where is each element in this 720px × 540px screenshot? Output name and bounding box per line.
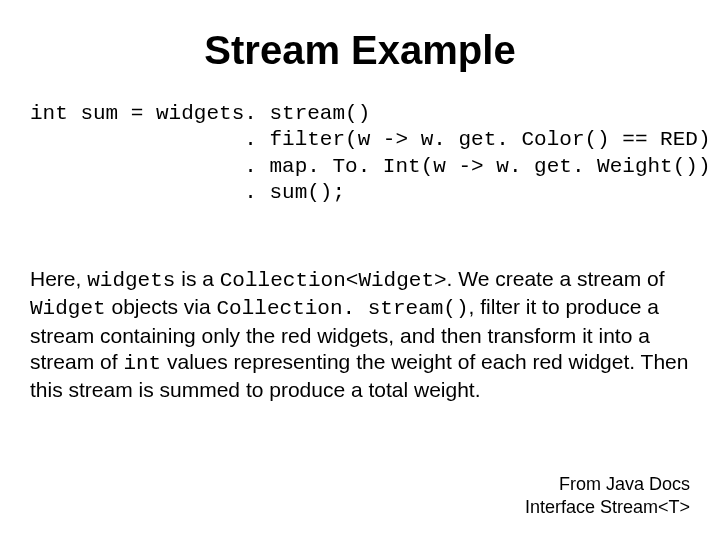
desc-code: widgets (87, 269, 175, 292)
footer-line: From Java Docs (525, 473, 690, 496)
desc-text: . We create a stream of (447, 267, 665, 290)
desc-text: Here, (30, 267, 87, 290)
desc-code: Collection<Widget> (220, 269, 447, 292)
desc-code: int (123, 352, 161, 375)
description: Here, widgets is a Collection<Widget>. W… (30, 266, 690, 403)
desc-code: Widget (30, 297, 106, 320)
desc-text: objects via (106, 295, 217, 318)
code-block: int sum = widgets. stream() . filter(w -… (30, 101, 690, 206)
footer: From Java Docs Interface Stream<T> (525, 473, 690, 518)
desc-code: Collection. stream() (217, 297, 469, 320)
footer-line: Interface Stream<T> (525, 496, 690, 519)
slide-title: Stream Example (30, 28, 690, 73)
slide: Stream Example int sum = widgets. stream… (0, 0, 720, 540)
desc-text: is a (175, 267, 219, 290)
